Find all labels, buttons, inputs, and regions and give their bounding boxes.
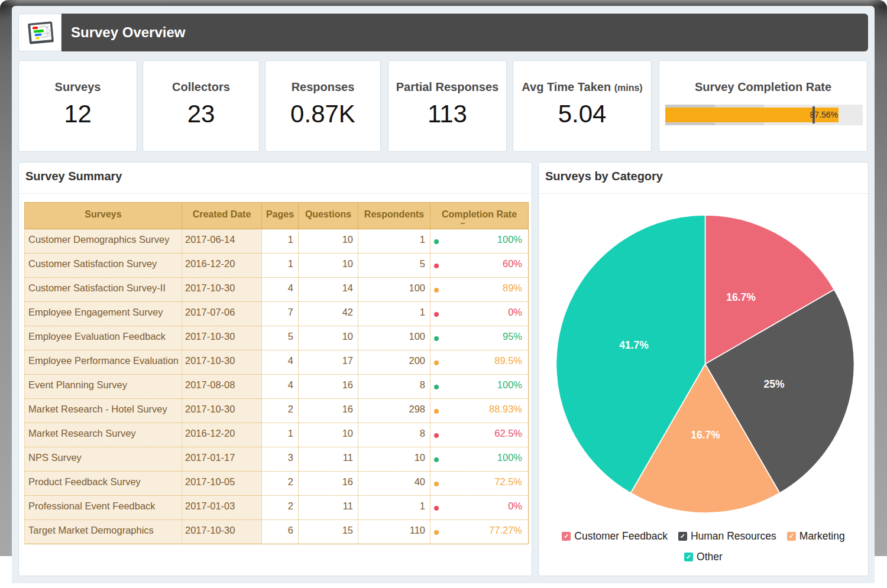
svg-text:41.7%: 41.7% xyxy=(619,339,649,351)
svg-text:16.7%: 16.7% xyxy=(726,291,756,303)
svg-text:16.7%: 16.7% xyxy=(691,429,720,441)
svg-text:25%: 25% xyxy=(763,378,784,390)
